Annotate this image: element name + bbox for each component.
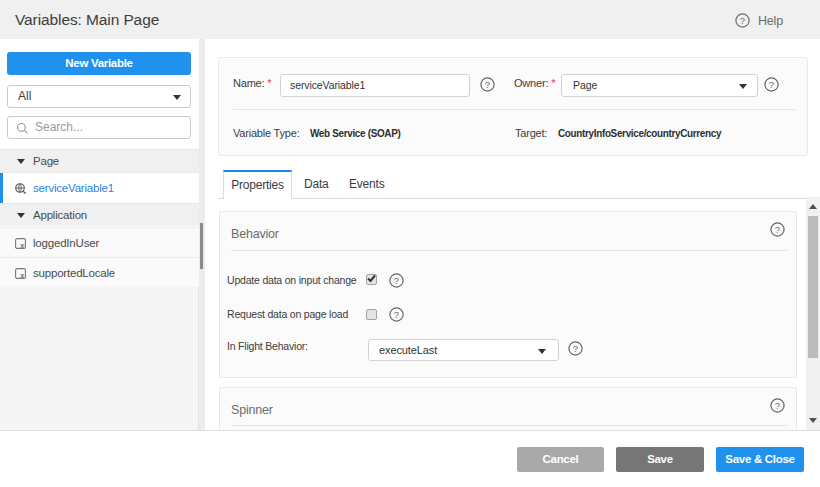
svg-text:?: ? — [485, 79, 490, 90]
svg-text:?: ? — [769, 79, 774, 90]
svg-text:x: x — [20, 272, 24, 279]
svg-text:?: ? — [573, 343, 578, 354]
svg-text:?: ? — [740, 15, 745, 26]
svg-text:?: ? — [775, 400, 780, 411]
svg-text:?: ? — [394, 275, 399, 286]
svg-text:x: x — [20, 242, 24, 249]
svg-text:?: ? — [775, 224, 780, 235]
svg-text:?: ? — [394, 309, 399, 320]
